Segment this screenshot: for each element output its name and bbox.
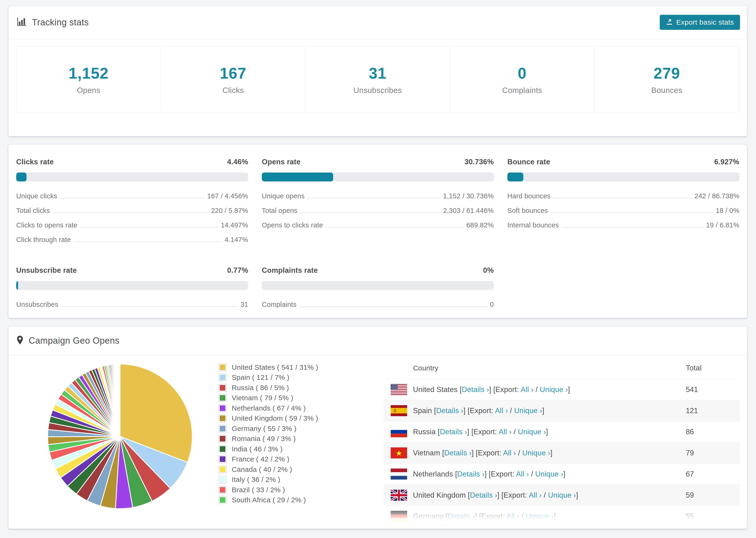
rate-row-value: 19 / 6.81%: [706, 221, 739, 229]
geo-header: Campaign Geo Opens: [9, 327, 747, 355]
geo-table-row-gb: United Kingdom [Details ›] [Export: All …: [384, 484, 740, 506]
rate-row: Unsubscribes31: [16, 301, 248, 308]
details-link[interactable]: Details ›: [457, 470, 484, 478]
slash: /: [508, 406, 514, 415]
metric-label: Unsubscribes: [353, 86, 402, 95]
legend-swatch: [219, 435, 227, 443]
export-label: ] [Export:: [489, 385, 520, 394]
rate-row-label: Opens to clicks rate: [262, 221, 323, 229]
rate-head: Unsubscribe rate0.77%: [16, 266, 248, 275]
export-all-link[interactable]: All ›: [503, 449, 516, 457]
legend-swatch: [219, 445, 227, 453]
legend-swatch: [219, 476, 227, 484]
export-unique-link[interactable]: Unique ›: [514, 406, 542, 415]
dotted-leader: [300, 212, 441, 213]
bracket-close: ]: [546, 428, 548, 436]
legend-swatch: [219, 373, 227, 381]
export-all-link[interactable]: All ›: [495, 406, 508, 415]
details-link[interactable]: Details ›: [440, 428, 467, 436]
slash: /: [529, 470, 535, 478]
bracket-close: ]: [563, 470, 566, 478]
export-unique-link[interactable]: Unique ›: [535, 470, 564, 478]
slash: /: [516, 449, 522, 457]
export-unique-link[interactable]: Unique ›: [518, 428, 546, 436]
rate-progress-bar: [16, 281, 248, 290]
metric-value: 1,152: [69, 64, 108, 82]
metrics-row: 1,152Opens167Clicks31Unsubscribes0Compla…: [16, 46, 739, 113]
details-link[interactable]: Details ›: [436, 406, 463, 415]
rate-row-value: 0: [490, 301, 494, 308]
legend-item-spain: Spain ( 121 / 7% ): [219, 372, 318, 383]
dotted-leader: [61, 306, 238, 307]
legend-item-netherlands: Netherlands ( 67 / 4% ): [219, 403, 318, 413]
metric-clicks: 167Clicks: [161, 46, 306, 112]
legend-label: South Africa ( 29 / 2% ): [232, 496, 306, 504]
rate-row: Unique opens1,152 / 30.736%: [262, 192, 494, 200]
rate-row-label: Complaints: [262, 301, 297, 308]
details-link[interactable]: Details ›: [462, 385, 489, 394]
rate-title: Clicks rate: [16, 158, 54, 166]
total-column-header: Total: [686, 364, 702, 372]
legend-item-italy: Italy ( 36 / 2% ): [219, 475, 318, 485]
legend-swatch: [219, 425, 227, 433]
metric-value: 279: [654, 64, 680, 82]
total-value: 79: [686, 449, 694, 457]
rate-row-label: Unique clicks: [16, 192, 57, 200]
export-basic-stats-button[interactable]: Export basic stats: [660, 15, 740, 30]
export-label: ] [Export:: [497, 491, 529, 499]
rate-row: Click through rate4.147%: [16, 236, 248, 243]
export-all-link[interactable]: All ›: [521, 385, 534, 394]
rate-head: Bounce rate6.927%: [507, 158, 739, 166]
geo-table-row-de: Germany [Details ›] [Export: All › / Uni…: [384, 506, 740, 527]
export-all-link[interactable]: All ›: [499, 428, 512, 436]
rate-row-value: 689.82%: [466, 221, 494, 229]
metric-label: Complaints: [502, 86, 542, 95]
details-link[interactable]: Details ›: [444, 449, 471, 457]
rate-row-label: Total opens: [262, 207, 297, 215]
legend-item-united-kingdom: United Kingdom ( 59 / 3% ): [219, 413, 318, 424]
export-label: ] [Export:: [485, 470, 516, 478]
metric-value: 167: [220, 64, 246, 82]
rate-title: Opens rate: [262, 158, 300, 166]
rate-row: Internal bounces19 / 6.81%: [507, 221, 739, 229]
export-label: ] [Export:: [467, 428, 499, 436]
rate-row: Complaints0: [262, 301, 494, 308]
export-all-link[interactable]: All ›: [507, 512, 519, 520]
bracket-close: ]: [554, 512, 556, 520]
legend-item-germany: Germany ( 55 / 3% ): [219, 423, 318, 434]
legend-swatch: [219, 496, 227, 504]
rate-row-label: Click through rate: [16, 236, 71, 243]
geo-title: Campaign Geo Opens: [28, 336, 120, 346]
metric-label: Bounces: [651, 86, 682, 95]
bracket: [: [468, 491, 470, 499]
legend-item-south-africa: South Africa ( 29 / 2% ): [219, 495, 318, 506]
export-unique-link[interactable]: Unique ›: [526, 512, 554, 520]
export-icon: [666, 18, 673, 27]
details-link[interactable]: Details ›: [448, 512, 475, 520]
rate-value: 4.46%: [227, 158, 248, 166]
rate-value: 30.736%: [465, 158, 494, 166]
campaign-stats-page: { "accent": "#1789a1", "tracking": { "ti…: [0, 0, 756, 538]
geo-table-row-us: United States [Details ›] [Export: All ›…: [384, 379, 740, 400]
legend-item-united-states: United States ( 541 / 31% ): [219, 362, 318, 372]
export-all-link[interactable]: All ›: [516, 470, 529, 478]
metric-value: 31: [369, 64, 387, 82]
export-unique-link[interactable]: Unique ›: [522, 449, 550, 457]
rate-row: Opens to clicks rate689.82%: [262, 221, 494, 229]
export-unique-link[interactable]: Unique ›: [548, 491, 576, 499]
page-title: Tracking stats: [32, 17, 89, 27]
geo-opens-pie-chart: [45, 361, 195, 511]
rate-block-opens-rate: Opens rate30.736%Unique opens1,152 / 30.…: [262, 158, 494, 229]
rate-row-value: 220 / 5.87%: [211, 207, 248, 215]
export-button-label: Export basic stats: [676, 18, 734, 26]
country-name: Germany: [413, 512, 444, 520]
export-unique-link[interactable]: Unique ›: [540, 385, 568, 394]
geo-table-row-es: Spain [Details ›] [Export: All › / Uniqu…: [384, 400, 740, 421]
details-link[interactable]: Details ›: [470, 491, 497, 499]
rate-block-unsubscribe-rate: Unsubscribe rate0.77%Unsubscribes31: [16, 266, 248, 308]
rate-row-label: Clicks to opens rate: [16, 221, 78, 229]
rate-head: Complaints rate0%: [262, 266, 494, 275]
legend-item-brazil: Brazil ( 33 / 2% ): [219, 485, 318, 495]
export-all-link[interactable]: All ›: [529, 491, 542, 499]
total-value: 541: [686, 385, 698, 394]
